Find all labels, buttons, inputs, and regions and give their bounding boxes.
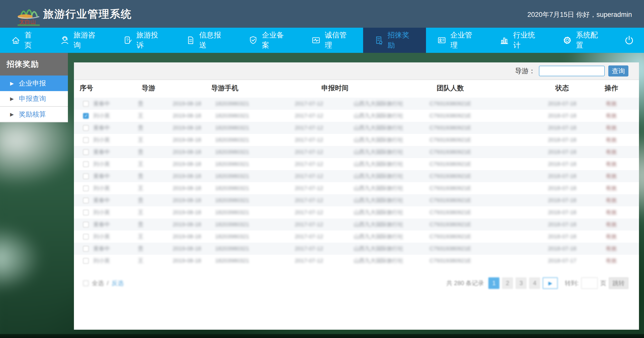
page-button[interactable]: 4 bbox=[529, 277, 540, 289]
table-row: 刘小英王2019-08-18182039803212017-07-12山西九大国… bbox=[74, 206, 639, 218]
row-checkbox[interactable] bbox=[83, 161, 89, 167]
nav-item-label: 企业管理 bbox=[450, 30, 478, 50]
cell-status[interactable]: 有效 bbox=[606, 194, 617, 206]
sidebar-item-declare-query[interactable]: ▶申报查询 bbox=[0, 91, 68, 107]
nav-item-label: 首页 bbox=[24, 30, 38, 50]
cell-guide: 王 bbox=[138, 134, 143, 146]
nav-item-tourism-complaint[interactable]: ?旅游投诉 bbox=[112, 28, 175, 53]
cell-date2: 2017-07-12 bbox=[295, 146, 323, 158]
cell-company: 山西九大国际旅行社 bbox=[354, 170, 403, 182]
nav-item-enterprise-record[interactable]: 企业备案 bbox=[237, 28, 300, 53]
next-page-icon: ▶ bbox=[548, 280, 552, 286]
cell-phone: 18203980321 bbox=[215, 231, 249, 243]
nav-item-enterprise-mgmt[interactable]: 企业管理 bbox=[426, 28, 489, 53]
sidebar-menu: ▶企业申报▶申报查询▶奖励核算 bbox=[0, 76, 68, 122]
cell-date1: 2019-08-18 bbox=[173, 231, 201, 243]
goto-button[interactable]: 跳转 bbox=[609, 277, 628, 289]
cell-code: C79319380921E bbox=[430, 194, 471, 206]
triangle-icon: ▶ bbox=[10, 81, 14, 86]
row-checkbox[interactable] bbox=[83, 173, 89, 179]
row-checkbox[interactable] bbox=[83, 246, 89, 252]
cell-status[interactable]: 有效 bbox=[606, 182, 617, 194]
cell-status[interactable]: 有效 bbox=[606, 206, 617, 218]
row-checkbox[interactable] bbox=[83, 222, 89, 228]
row-checkbox[interactable] bbox=[83, 198, 89, 203]
nav-item-integrity-mgmt[interactable]: 诚信管理 bbox=[300, 28, 363, 53]
sidebar-item-enterprise-declare[interactable]: ▶企业申报 bbox=[0, 76, 68, 91]
cell-name: 黄春中 bbox=[93, 243, 110, 255]
row-checkbox[interactable] bbox=[83, 234, 89, 240]
column-header: 申报时间 bbox=[321, 80, 349, 96]
nav-item-recruit-reward[interactable]: 招徕奖励 bbox=[363, 28, 426, 53]
sidebar-item-reward-calc[interactable]: ▶奖励核算 bbox=[0, 107, 68, 122]
app-logo-icon: 太白山 bbox=[13, 2, 44, 26]
invert-selection-label[interactable]: 反选 bbox=[112, 279, 124, 287]
page-button[interactable]: 1 bbox=[488, 277, 499, 289]
cell-status[interactable]: 有效 bbox=[606, 158, 617, 170]
cell-status[interactable]: 有效 bbox=[606, 98, 617, 110]
cell-date2: 2017-07-12 bbox=[295, 158, 323, 170]
cell-status[interactable]: 有效 bbox=[606, 170, 617, 182]
row-checkbox[interactable] bbox=[83, 185, 89, 191]
select-all-checkbox[interactable] bbox=[83, 280, 89, 286]
cell-guide: 贵 bbox=[138, 218, 143, 231]
shield-check-icon bbox=[248, 35, 258, 45]
table-row: 刘小英王2019-08-18182039803212017-07-12山西九大国… bbox=[74, 182, 639, 194]
logout-power-button[interactable] bbox=[614, 28, 644, 53]
cell-status[interactable]: 有效 bbox=[606, 134, 617, 146]
cell-guide: 王 bbox=[138, 182, 143, 194]
sidebar-title: 招徕奖励 bbox=[0, 53, 68, 76]
cell-date3: 2018-07-18 bbox=[548, 182, 576, 194]
cell-date3: 2018-07-18 bbox=[548, 231, 576, 243]
select-all-label[interactable]: 全选 bbox=[92, 279, 104, 287]
cell-date2: 2017-07-12 bbox=[295, 218, 323, 231]
cell-date3: 2018-07-18 bbox=[548, 122, 576, 134]
cell-status[interactable]: 有效 bbox=[606, 110, 617, 122]
sidebar-item-label: 奖励核算 bbox=[19, 110, 46, 119]
search-button[interactable]: 查询 bbox=[608, 65, 628, 77]
cell-status[interactable]: 有效 bbox=[606, 122, 617, 134]
nav-item-tourism-consult[interactable]: 旅游咨询 bbox=[49, 28, 112, 53]
column-header: 状态 bbox=[555, 80, 569, 96]
nav-item-home[interactable]: 首页 bbox=[0, 28, 49, 53]
cell-company: 山西九大国际旅行社 bbox=[354, 122, 403, 134]
cell-status[interactable]: 有效 bbox=[606, 218, 617, 231]
cell-phone: 18203980321 bbox=[215, 110, 249, 122]
table-body: 黄春中贵2019-08-18182039803212017-07-12山西九大国… bbox=[74, 98, 639, 267]
nav-item-label: 招徕奖励 bbox=[388, 30, 415, 50]
cell-code: C79319380921E bbox=[430, 231, 471, 243]
row-checkbox[interactable] bbox=[83, 149, 89, 155]
cell-status[interactable]: 有效 bbox=[606, 255, 617, 267]
cell-status[interactable]: 有效 bbox=[606, 146, 617, 158]
cell-date3: 2018-07-18 bbox=[548, 194, 576, 206]
cell-company: 山西九大国际旅行社 bbox=[354, 206, 403, 218]
page-buttons: 1234 bbox=[488, 277, 540, 289]
triangle-icon: ▶ bbox=[10, 112, 14, 117]
nav-item-system-config[interactable]: 系统配置 bbox=[551, 28, 614, 53]
page-word: 页 bbox=[600, 279, 606, 287]
power-icon bbox=[624, 35, 634, 46]
cell-status[interactable]: 有效 bbox=[606, 243, 617, 255]
table-row: 刘小英王2019-08-18182039803212017-07-12山西九大国… bbox=[74, 158, 639, 170]
row-checkbox[interactable] bbox=[83, 137, 89, 143]
cell-status[interactable]: 有效 bbox=[606, 231, 617, 243]
row-checkbox[interactable] bbox=[83, 258, 89, 264]
nav-item-info-report[interactable]: 信息报送 bbox=[175, 28, 238, 53]
guide-search-input[interactable] bbox=[539, 66, 605, 76]
goto-page-input[interactable] bbox=[581, 277, 598, 289]
nav-item-industry-stats[interactable]: 行业统计 bbox=[489, 28, 551, 53]
page-button[interactable]: 3 bbox=[516, 277, 527, 289]
row-checkbox[interactable] bbox=[83, 125, 89, 131]
page-button[interactable]: 2 bbox=[502, 277, 513, 289]
cell-name: 刘小英 bbox=[93, 255, 110, 267]
cell-code: C79319380921E bbox=[430, 255, 471, 267]
row-checkbox[interactable] bbox=[83, 210, 89, 215]
guide-search-label: 导游： bbox=[515, 66, 535, 76]
headset-icon bbox=[60, 35, 69, 45]
row-checkbox[interactable] bbox=[83, 101, 89, 107]
cell-name: 刘小英 bbox=[93, 134, 110, 146]
cell-code: C79319380921E bbox=[430, 218, 471, 231]
next-page-button[interactable]: ▶ bbox=[543, 277, 558, 289]
row-checkbox[interactable] bbox=[83, 113, 89, 119]
cell-company: 山西九大国际旅行社 bbox=[354, 110, 403, 122]
